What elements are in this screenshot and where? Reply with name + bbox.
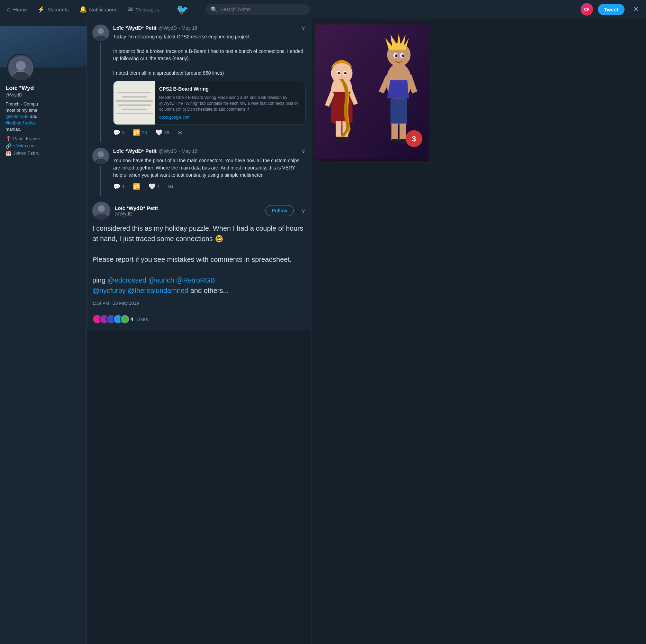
- mention-retro-rgb[interactable]: @RetroRGB: [176, 276, 215, 284]
- svg-point-4: [98, 28, 104, 34]
- tweet2-content: Loïc *WydD* Petit @WydD · May 16 ∨ You n…: [109, 142, 311, 196]
- tweet1-avatar[interactable]: [92, 25, 109, 41]
- right-column: 3: [311, 19, 433, 644]
- tweet2-avatar[interactable]: [92, 148, 109, 164]
- thread-line-col: [87, 19, 109, 142]
- tweet2-dropdown[interactable]: ∨: [301, 148, 306, 154]
- tweet-button[interactable]: Tweet: [598, 4, 625, 15]
- profile-name: Loïc *Wyd: [6, 85, 81, 92]
- website-item[interactable]: 🔗 sfvsim.com: [6, 143, 81, 149]
- share-icon-2: ✉: [168, 183, 173, 190]
- mention-edcrossed[interactable]: @edcrossed: [107, 276, 146, 284]
- tweet1-reply-btn[interactable]: 💬 3: [113, 129, 125, 136]
- reply-icon: 💬: [113, 129, 120, 136]
- tweet1-handle: @WydD: [159, 25, 177, 31]
- nav-moments-label: Moments: [47, 7, 69, 12]
- tweet2-author-name: Loïc *WydD* Petit: [113, 148, 157, 154]
- search-icon: 🔍: [211, 6, 218, 13]
- mention-nycfurby[interactable]: @nycfurby: [92, 287, 126, 294]
- main-tweet-avatar[interactable]: [92, 202, 110, 220]
- svg-rect-16: [390, 98, 407, 125]
- svg-point-25: [338, 72, 340, 74]
- main-tweet-timestamp: 1:39 PM · 16 May 2019: [92, 301, 306, 306]
- nav-notifications[interactable]: 🔔 Notifications: [79, 6, 118, 13]
- svg-rect-18: [400, 123, 406, 140]
- main-layout: Loïc *Wyd @WydD French - Compu most of m…: [0, 0, 646, 644]
- likes-label: Likes: [137, 316, 148, 322]
- calendar-icon: 📅: [6, 150, 11, 156]
- mention-aurich[interactable]: @aurich: [148, 276, 174, 284]
- main-tweet-dropdown[interactable]: ∨: [301, 208, 306, 214]
- profile-meta: 📍 Paris, France 🔗 sfvsim.com 📅 Joined Fe…: [6, 136, 81, 156]
- tweet1-like-btn[interactable]: 🤍 39: [155, 129, 169, 136]
- main-tweet-text-2: Please report if you see mistakes with c…: [92, 254, 306, 265]
- tweet1-date: · May 16: [179, 25, 198, 31]
- tweet1-header: Loïc *WydD* Petit @WydD · May 16 ∨: [113, 25, 306, 31]
- likes-row: 4 Likes: [92, 310, 306, 324]
- search-bar[interactable]: 🔍: [206, 4, 310, 15]
- mail-icon: ✉: [128, 6, 133, 13]
- tweet2-body: You now have the pinout of all the main …: [113, 157, 306, 179]
- like-avatar-5: [120, 314, 130, 324]
- bio-text-2: most of my time: [6, 108, 37, 113]
- tweet1-meta: Loïc *WydD* Petit @WydD · May 16 ∨: [113, 25, 306, 31]
- website-link[interactable]: sfvsim.com: [13, 143, 36, 148]
- search-input[interactable]: [220, 7, 305, 12]
- tweet2-like-count: 1: [157, 184, 160, 189]
- nav-messages[interactable]: ✉ Messages: [128, 6, 159, 13]
- link-preview-title: CPS2 B-Board Wiring: [159, 85, 301, 93]
- tweet2-reply-btn[interactable]: 💬 1: [113, 183, 125, 190]
- bio-and: and: [30, 114, 37, 119]
- svg-point-14: [395, 54, 398, 57]
- main-tweet-author-name: Loïc *WydD* Petit: [115, 205, 261, 211]
- location-item: 📍 Paris, France: [6, 136, 81, 141]
- reply-icon-2: 💬: [113, 183, 120, 190]
- tweet1-link-preview[interactable]: CPS2 B-Board Wiring Readme CPS2 B-Board …: [113, 81, 306, 125]
- bell-icon: 🔔: [79, 6, 87, 13]
- retweet-icon: 🔁: [133, 129, 140, 136]
- user-avatar[interactable]: CP: [581, 3, 593, 16]
- link-preview-doc-image: [113, 81, 155, 125]
- tweet-card-2: Loïc *WydD* Petit @WydD · May 16 ∨ You n…: [87, 142, 311, 196]
- thread-line: [100, 43, 101, 142]
- profile-bio: French - Compu most of my time @sidetrad…: [6, 101, 81, 132]
- main-tweet-body-large: I considered this as my holiday puzzle. …: [92, 223, 306, 296]
- nav-messages-label: Messages: [135, 7, 159, 12]
- moments-icon: ⚡: [37, 6, 45, 13]
- right-banner: 3: [315, 22, 429, 161]
- sidetrade-link[interactable]: @sidetrade: [6, 114, 29, 119]
- main-tweet-card: Loïc *WydD* Petit @WydD Follow ∨ I consi…: [87, 196, 311, 330]
- sfvsi-tag: #sfvsi: [25, 120, 36, 126]
- tweet2-share-btn[interactable]: ✉: [168, 183, 173, 190]
- bio-text-1: French - Compu: [6, 101, 38, 107]
- close-button[interactable]: ✕: [633, 5, 639, 14]
- follow-button[interactable]: Follow: [265, 205, 294, 216]
- link-icon: 🔗: [6, 143, 11, 149]
- nav-home[interactable]: ⌂ Home: [7, 6, 27, 13]
- svg-text:3: 3: [412, 135, 416, 143]
- tweet2-body-text: You now have the pinout of all the main …: [113, 157, 306, 179]
- tweet2-retweet-btn[interactable]: 🔁: [133, 183, 140, 190]
- nav-moments[interactable]: ⚡ Moments: [37, 6, 69, 13]
- share-icon: ✉: [178, 129, 182, 136]
- main-tweet-text-3: ping @edcrossed @aurich @RetroRGB@nycfur…: [92, 275, 306, 296]
- tweet1-body3: I noted them all in a spreadsheet (aroun…: [113, 70, 306, 77]
- tweet1-body: Today I'm releasing my latest CPS2 rever…: [113, 33, 306, 125]
- top-navigation: ⌂ Home ⚡ Moments 🔔 Notifications ✉ Messa…: [0, 0, 646, 19]
- profile-handle: @WydD: [6, 92, 81, 98]
- doc-line-5: [122, 109, 147, 110]
- mention-therealundamned[interactable]: @therealundamned: [127, 287, 188, 294]
- svg-point-8: [98, 205, 105, 212]
- like-avatars: [92, 314, 127, 324]
- tweet1-share-btn[interactable]: ✉: [178, 129, 182, 136]
- tweet2-date: · May 16: [179, 148, 198, 154]
- thread-line-2: [100, 166, 101, 196]
- avatar-image: [9, 56, 33, 80]
- tweet1-dropdown[interactable]: ∨: [301, 25, 306, 31]
- tweet2-like-btn[interactable]: 🤍 1: [148, 183, 160, 190]
- tweet1-retweet-btn[interactable]: 🔁 20: [133, 129, 147, 136]
- banner-artwork: 3: [315, 22, 429, 161]
- banner-artwork-svg: 3: [315, 22, 429, 161]
- svg-rect-27: [336, 121, 342, 138]
- profile-avatar[interactable]: [7, 54, 35, 81]
